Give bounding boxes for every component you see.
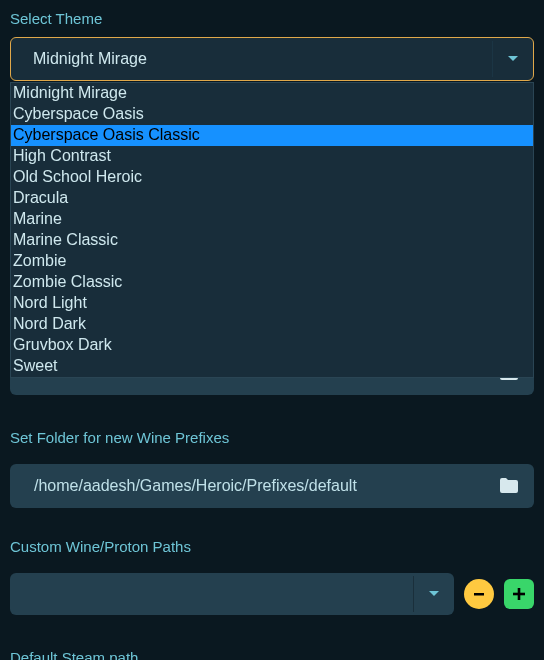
- theme-option-marine-classic[interactable]: Marine Classic: [11, 230, 533, 251]
- theme-option-zombie-classic[interactable]: Zombie Classic: [11, 272, 533, 293]
- theme-select-value: Midnight Mirage: [11, 50, 492, 68]
- theme-option-dracula[interactable]: Dracula: [11, 188, 533, 209]
- theme-option-high-contrast[interactable]: High Contrast: [11, 146, 533, 167]
- custom-paths-row: [0, 573, 544, 615]
- svg-rect-0: [474, 593, 484, 596]
- wine-prefixes-row: /home/aadesh/Games/Heroic/Prefixes/defau…: [10, 464, 534, 508]
- minus-icon: [472, 587, 486, 601]
- custom-paths-select[interactable]: [10, 573, 454, 615]
- folder-icon: [499, 478, 519, 494]
- theme-option-midnight-mirage[interactable]: Midnight Mirage: [11, 83, 533, 104]
- custom-paths-label: Custom Wine/Proton Paths: [0, 538, 544, 561]
- plus-icon: [511, 586, 527, 602]
- theme-option-old-school-heroic[interactable]: Old School Heroic: [11, 167, 533, 188]
- chevron-down-icon[interactable]: [493, 56, 533, 62]
- select-theme-label: Select Theme: [0, 0, 544, 33]
- default-steam-path-label: Default Steam path: [10, 649, 138, 660]
- theme-option-zombie[interactable]: Zombie: [11, 251, 533, 272]
- theme-option-cyberspace-oasis-classic[interactable]: Cyberspace Oasis Classic: [11, 125, 533, 146]
- theme-option-cyberspace-oasis[interactable]: Cyberspace Oasis: [11, 104, 533, 125]
- wine-prefixes-value: /home/aadesh/Games/Heroic/Prefixes/defau…: [10, 477, 484, 495]
- browse-wine-prefixes-button[interactable]: [484, 478, 534, 494]
- theme-option-sweet[interactable]: Sweet: [11, 356, 533, 377]
- theme-select[interactable]: Midnight Mirage: [10, 37, 534, 81]
- chevron-down-icon[interactable]: [414, 591, 454, 597]
- theme-option-nord-dark[interactable]: Nord Dark: [11, 314, 533, 335]
- theme-dropdown[interactable]: Midnight Mirage Cyberspace Oasis Cybersp…: [10, 82, 534, 378]
- add-path-button[interactable]: [504, 579, 534, 609]
- remove-path-button[interactable]: [464, 579, 494, 609]
- theme-option-nord-light[interactable]: Nord Light: [11, 293, 533, 314]
- theme-option-marine[interactable]: Marine: [11, 209, 533, 230]
- wine-prefixes-label: Set Folder for new Wine Prefixes: [0, 425, 544, 452]
- svg-rect-2: [513, 593, 525, 596]
- theme-option-gruvbox-dark[interactable]: Gruvbox Dark: [11, 335, 533, 356]
